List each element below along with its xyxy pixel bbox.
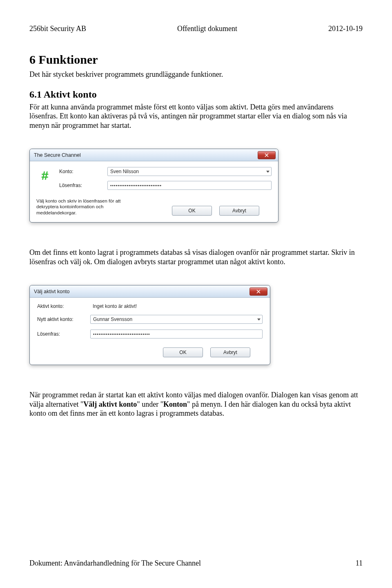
close-icon xyxy=(256,290,261,294)
paragraph-1: För att kunna använda programmet måste f… xyxy=(29,102,363,130)
close-button[interactable] xyxy=(249,287,267,296)
dialog2-titlebar: Välj aktivt konto xyxy=(30,285,270,298)
losenfras2-value: ••••••••••••••••••••••••••••••• xyxy=(93,332,150,336)
nytt-aktivt-combo[interactable]: Gunnar Svensson xyxy=(90,315,263,324)
aktivt-konto-label: Aktivt konto: xyxy=(37,303,90,309)
bold-konton: Konton xyxy=(163,400,187,408)
losenfras-input[interactable]: •••••••••••••••••••••••••••• xyxy=(107,181,272,190)
konto-combo[interactable]: Sven Nilsson xyxy=(107,167,272,176)
page-footer: Dokument: Användarhandledning för The Se… xyxy=(29,559,363,568)
ok-button[interactable]: OK xyxy=(163,347,203,357)
dialog-title: The Secure Channel xyxy=(34,152,81,158)
dialog-titlebar: The Secure Channel xyxy=(30,149,278,161)
dialog2-title: Välj aktivt konto xyxy=(34,289,70,294)
losenfras-label: Lösenfras: xyxy=(59,183,104,188)
header-left: 256bit Security AB xyxy=(29,24,86,33)
chevron-down-icon xyxy=(257,318,261,321)
close-button[interactable] xyxy=(258,151,276,159)
aktivt-konto-value: Inget konto är aktivt! xyxy=(90,303,263,309)
dialog-hint: Välj konto och skriv in lösenfrasen för … xyxy=(36,198,130,216)
close-icon xyxy=(265,153,269,157)
paragraph-2: Om det finns ett konto lagrat i programm… xyxy=(29,248,363,266)
nytt-aktivt-value: Gunnar Svensson xyxy=(93,316,132,322)
secure-channel-dialog: The Secure Channel # Konto: Sven Nilsson… xyxy=(29,149,278,223)
ok-button[interactable]: OK xyxy=(172,206,212,216)
cancel-button[interactable]: Avbryt xyxy=(219,206,259,216)
header-center: Offentligt dokument xyxy=(177,24,237,33)
konto-value: Sven Nilsson xyxy=(110,169,139,174)
konto-label: Konto: xyxy=(59,169,104,174)
losenfras2-input[interactable]: ••••••••••••••••••••••••••••••• xyxy=(90,330,263,339)
losenfras-value: •••••••••••••••••••••••••••• xyxy=(110,183,162,188)
header-right: 2012-10-19 xyxy=(328,24,363,33)
paragraph-3: När programmet redan är startat kan ett … xyxy=(29,390,363,418)
select-active-account-dialog: Välj aktivt konto Aktivt konto: Inget ko… xyxy=(29,285,270,365)
page-header: 256bit Security AB Offentligt dokument 2… xyxy=(29,24,363,33)
cancel-button[interactable]: Avbryt xyxy=(210,347,250,357)
footer-page-number: 11 xyxy=(356,559,363,568)
footer-left: Dokument: Användarhandledning för The Se… xyxy=(29,559,201,568)
chevron-down-icon xyxy=(266,171,270,173)
intro-paragraph: Det här stycket beskriver programmets gr… xyxy=(29,70,363,79)
bold-valj-aktivt: Välj aktivt konto xyxy=(83,400,137,408)
nytt-aktivt-label: Nytt aktivt konto: xyxy=(37,316,90,322)
p3-part-b: " under " xyxy=(137,400,163,408)
losenfras2-label: Lösenfras: xyxy=(37,331,90,337)
hash-icon: # xyxy=(41,169,49,183)
section-heading: 6 Funktioner xyxy=(29,53,363,67)
subsection-heading: 6.1 Aktivt konto xyxy=(29,89,363,100)
